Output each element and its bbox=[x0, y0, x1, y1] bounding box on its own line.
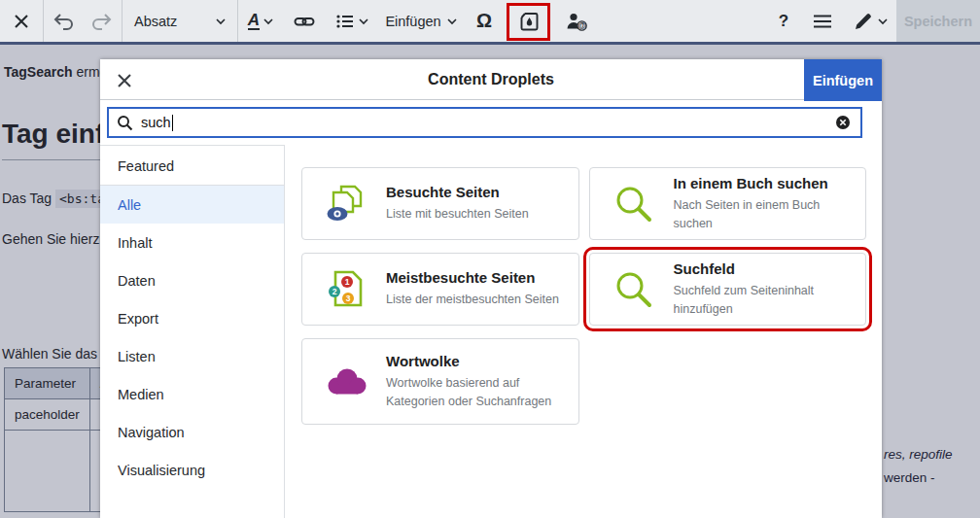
card-subtitle: Wortwolke basierend auf Kategorien oder … bbox=[386, 374, 569, 409]
search-icon bbox=[117, 115, 133, 131]
paragraph-format-label: Absatz bbox=[134, 14, 177, 29]
dialog-body: Featured Alle Inhalt Daten Export Listen… bbox=[100, 145, 882, 518]
category-label: Daten bbox=[118, 273, 156, 289]
card-subtitle: Liste mit besuchten Seiten bbox=[386, 205, 529, 223]
omega-icon: Ω bbox=[476, 10, 492, 32]
redo-button[interactable] bbox=[83, 0, 122, 42]
toolbar-spacer bbox=[600, 0, 766, 42]
droplet-card-meistbesuchte-seiten[interactable]: 123 Meistbesuchte Seiten Liste der meist… bbox=[301, 253, 579, 326]
category-item-alle[interactable]: Alle bbox=[100, 186, 284, 224]
dialog-insert-label: Einfügen bbox=[813, 73, 873, 88]
category-item-featured[interactable]: Featured bbox=[100, 148, 284, 186]
svg-text:@: @ bbox=[578, 20, 585, 30]
droplet-card-buch-suchen[interactable]: In einem Buch suchen Nach Seiten in eine… bbox=[589, 167, 867, 240]
droplet-card-besuchte-seiten[interactable]: Besuchte Seiten Liste mit besuchten Seit… bbox=[301, 167, 579, 240]
dialog-title: Content Droplets bbox=[100, 59, 882, 100]
editor-screen: Absatz A Einfügen bbox=[0, 0, 980, 518]
svg-text:3: 3 bbox=[346, 294, 351, 303]
clear-search-button[interactable] bbox=[835, 115, 851, 130]
undo-button[interactable] bbox=[44, 0, 83, 42]
special-character-button[interactable]: Ω bbox=[464, 0, 505, 42]
editor-close-button[interactable] bbox=[0, 0, 43, 42]
card-text: Suchfeld Suchfeld zum Seiteninhalt hinzu… bbox=[674, 260, 866, 317]
content-droplets-dialog: Content Droplets Einfügen such Featured bbox=[100, 59, 882, 518]
red-highlight-box-toolbar bbox=[507, 3, 550, 41]
category-item-export[interactable]: Export bbox=[100, 299, 284, 337]
card-subtitle: Liste der meistbesuchten Seiten bbox=[386, 291, 559, 308]
pencil-icon bbox=[854, 12, 873, 31]
category-item-medien[interactable]: Medien bbox=[100, 375, 284, 413]
card-title: In einem Buch suchen bbox=[674, 175, 857, 191]
category-label: Featured bbox=[118, 158, 174, 174]
card-subtitle: Nach Seiten in einem Buch suchen bbox=[674, 196, 857, 231]
word-cloud-icon bbox=[324, 366, 368, 397]
chevron-down-icon bbox=[878, 17, 888, 26]
menu-button[interactable] bbox=[801, 0, 844, 42]
search-field-icon bbox=[612, 269, 656, 310]
text-style-dropdown[interactable]: A bbox=[238, 0, 283, 42]
category-item-navigation[interactable]: Navigation bbox=[100, 413, 284, 451]
save-button[interactable]: Speichern bbox=[896, 0, 980, 42]
help-button[interactable]: ? bbox=[766, 0, 801, 42]
book-search-icon bbox=[612, 184, 656, 224]
edit-mode-dropdown[interactable] bbox=[844, 0, 896, 42]
card-title: Besuchte Seiten bbox=[386, 184, 529, 200]
hamburger-icon bbox=[813, 14, 832, 29]
card-text: In einem Buch suchen Nach Seiten in eine… bbox=[674, 175, 866, 231]
category-label: Medien bbox=[118, 387, 164, 402]
category-item-visualisierung[interactable]: Visualisierung bbox=[100, 451, 284, 489]
card-text: Meistbesuchte Seiten Liste der meistbesu… bbox=[386, 269, 569, 308]
paragraph-format-dropdown[interactable]: Absatz bbox=[122, 0, 237, 42]
category-label: Alle bbox=[118, 197, 141, 213]
category-label: Listen bbox=[118, 349, 156, 364]
category-item-daten[interactable]: Daten bbox=[100, 261, 284, 299]
card-text: Besuchte Seiten Liste mit besuchten Seit… bbox=[386, 184, 539, 223]
chevron-down-icon bbox=[263, 17, 273, 26]
chevron-down-icon bbox=[447, 17, 457, 26]
user-mention-icon: @ bbox=[565, 11, 588, 32]
category-label: Inhalt bbox=[118, 235, 152, 251]
droplet-card-suchfeld[interactable]: Suchfeld Suchfeld zum Seiteninhalt hinzu… bbox=[589, 253, 867, 326]
droplet-search-input[interactable]: such bbox=[107, 107, 862, 138]
content-droplets-button[interactable] bbox=[505, 0, 553, 42]
category-label: Export bbox=[118, 311, 158, 327]
help-icon: ? bbox=[779, 12, 788, 31]
card-text: Wortwolke Wortwolke basierend auf Katego… bbox=[386, 353, 578, 409]
card-title: Wortwolke bbox=[386, 353, 569, 369]
mention-user-button[interactable]: @ bbox=[553, 0, 600, 42]
card-title: Meistbesuchte Seiten bbox=[386, 269, 559, 286]
dialog-insert-button[interactable]: Einfügen bbox=[804, 59, 882, 101]
card-subtitle: Suchfeld zum Seiteninhalt hinzufügen bbox=[674, 282, 857, 317]
category-label: Visualisierung bbox=[118, 463, 205, 478]
insert-label: Einfügen bbox=[385, 14, 440, 29]
search-value: such bbox=[141, 115, 171, 130]
droplet-card-grid: Besuchte Seiten Liste mit besuchten Seit… bbox=[285, 145, 882, 518]
category-label: Navigation bbox=[118, 425, 185, 440]
link-button[interactable] bbox=[283, 0, 326, 42]
search-row: such bbox=[100, 100, 882, 145]
close-icon bbox=[13, 13, 30, 30]
list-format-dropdown[interactable] bbox=[326, 0, 378, 42]
visited-pages-icon bbox=[324, 183, 368, 225]
link-icon bbox=[294, 12, 315, 31]
category-item-inhalt[interactable]: Inhalt bbox=[100, 224, 284, 261]
save-label: Speichern bbox=[904, 14, 972, 29]
dialog-header: Content Droplets Einfügen bbox=[100, 59, 882, 100]
svg-text:1: 1 bbox=[345, 277, 350, 287]
text-style-icon: A bbox=[248, 12, 260, 31]
bullet-list-icon bbox=[335, 13, 355, 30]
svg-text:2: 2 bbox=[332, 287, 337, 296]
redo-icon bbox=[91, 12, 113, 31]
undo-icon bbox=[52, 12, 74, 31]
category-item-listen[interactable]: Listen bbox=[100, 337, 284, 375]
chevron-down-icon bbox=[359, 17, 368, 26]
droplet-card-wortwolke[interactable]: Wortwolke Wortwolke basierend auf Katego… bbox=[301, 338, 579, 425]
most-visited-pages-icon: 123 bbox=[324, 268, 368, 311]
card-title: Suchfeld bbox=[674, 260, 857, 277]
text-caret bbox=[172, 115, 173, 131]
category-list: Featured Alle Inhalt Daten Export Listen… bbox=[100, 145, 285, 518]
editor-toolbar: Absatz A Einfügen bbox=[0, 0, 980, 45]
insert-dropdown[interactable]: Einfügen bbox=[378, 0, 464, 42]
chevron-down-icon bbox=[216, 17, 226, 26]
